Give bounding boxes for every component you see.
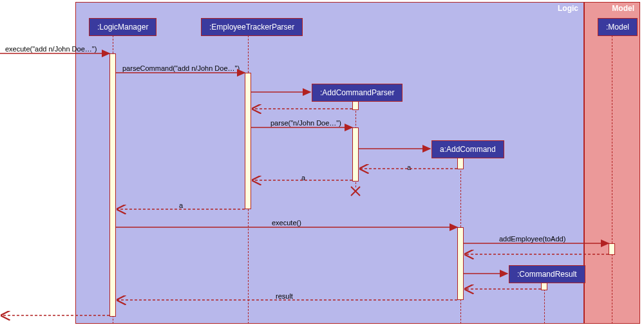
- lifeline-model: [612, 35, 612, 324]
- activation-add-command-parser-2: [352, 127, 359, 182]
- frame-logic-label: Logic: [553, 3, 583, 14]
- participant-employee-tracker-parser: :EmployeeTrackerParser: [201, 18, 303, 36]
- activation-model: [609, 243, 615, 255]
- participant-model: :Model: [598, 18, 638, 36]
- activation-add-command-2: [457, 227, 464, 300]
- activation-employee-tracker-parser: [245, 73, 251, 209]
- destroy-icon: [350, 186, 361, 196]
- participant-add-command-parser: :AddCommandParser: [312, 84, 402, 102]
- msg-return-a-3: a: [179, 201, 183, 209]
- frame-logic: Logic: [75, 2, 584, 324]
- msg-execute: execute(): [272, 219, 301, 227]
- activation-add-command-1: [457, 158, 464, 169]
- participant-add-command: a:AddCommand: [431, 140, 504, 158]
- frame-model-label: Model: [607, 3, 639, 14]
- msg-return-result: result: [276, 292, 293, 300]
- msg-add-employee: addEmployee(toAdd): [499, 235, 565, 243]
- participant-logic-manager: :LogicManager: [89, 18, 156, 36]
- participant-command-result: :CommandResult: [509, 265, 585, 283]
- msg-return-a-1: a: [407, 164, 411, 171]
- msg-return-a-2: a: [301, 174, 305, 182]
- msg-parse-command: parseCommand("add n/John Doe…"): [122, 64, 240, 72]
- msg-parse: parse("n/John Doe…"): [270, 119, 341, 127]
- msg-execute-add: execute("add n/John Doe…"): [5, 45, 97, 53]
- activation-add-command-parser-1: [352, 101, 359, 110]
- activation-command-result: [541, 283, 547, 290]
- activation-logic-manager: [109, 53, 116, 317]
